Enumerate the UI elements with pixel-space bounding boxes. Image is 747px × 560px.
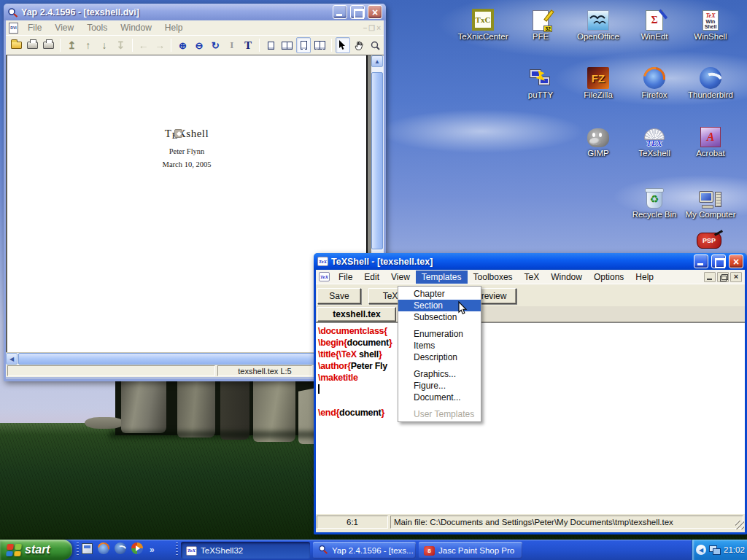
first-page-icon[interactable]: ↥ [64,37,79,53]
quick-launch-overflow-chevron[interactable]: » [150,545,155,555]
task-button-label: Yap 2.4.1596 - [texs... [332,546,414,555]
ruler-icon[interactable]: I [225,37,239,53]
facing-pages-icon[interactable] [280,37,295,53]
texshell-menu-toolboxes[interactable]: Toolboxes [468,271,519,284]
tab-texshell-tex[interactable]: texshell.tex [317,307,396,322]
texshell-menu-edit[interactable]: Edit [358,271,385,284]
paintshop-app-icon: 8 [424,545,435,556]
mdi-restore-icon[interactable]: ❒ [368,24,375,32]
desktop-icon-winedt[interactable]: ΣWinEdt [626,4,683,41]
menu-item-figure[interactable]: Figure... [398,380,481,392]
hand-icon[interactable] [352,37,366,53]
scroll-up-icon[interactable]: ▲ [371,55,383,67]
scroll-left-icon[interactable]: ◀ [6,353,18,365]
editor-area[interactable]: \documentclass{\begin{document}\title{\T… [316,322,745,514]
refresh-icon[interactable]: ↻ [208,37,222,53]
texshell-menu-tex[interactable]: TeX [519,271,546,284]
desktop-icon-firefox[interactable]: Firefox [626,63,683,99]
prev-page-icon[interactable]: ↑ [81,37,96,53]
open-folder-icon[interactable] [9,37,23,53]
show-desktop-icon[interactable] [82,543,93,557]
print-all-icon[interactable] [42,37,56,53]
menu-item-graphics[interactable]: Graphics... [398,368,481,380]
texshell-mdi-buttons: × [704,272,745,282]
yap-menu-window[interactable]: Window [114,21,158,34]
texshell-menu-templates[interactable]: Templates [416,271,468,284]
texshell-menu-window[interactable]: Window [545,271,588,284]
paint-shop-pro-desktop-icon[interactable]: PSP [697,233,721,249]
last-page-icon[interactable]: ↧ [113,37,128,53]
taskbar-divider[interactable] [77,542,79,557]
desktop-icon-putty[interactable]: puTTY [512,63,569,99]
mdi-restore-icon[interactable] [717,272,729,282]
save-button[interactable]: Save [317,288,361,304]
menu-item-chapter[interactable]: Chapter [398,288,481,300]
windows-flag-icon [6,544,22,556]
taskbar-button-jasc-paint-shop-pro[interactable]: 8Jasc Paint Shop Pro [419,542,522,559]
horizontal-scroll-thumb[interactable] [18,353,328,365]
menu-item-section[interactable]: Section [398,300,481,311]
continuous-view-icon[interactable] [296,37,311,53]
zoom-out-icon[interactable]: ⊖ [192,37,206,53]
texshell-menu-view[interactable]: View [385,271,416,284]
menu-item-items[interactable]: Items [398,340,481,351]
toolbar-separator [171,39,171,52]
taskbar-button-yap-2-4-1596-texs[interactable]: Yap 2.4.1596 - [texs... [313,542,416,559]
texshell-menu-help[interactable]: Help [630,271,659,284]
desktop-icon-texniccenter[interactable]: TxCTeXnicCenter [454,4,511,41]
facing-continuous-icon[interactable] [312,37,327,53]
forward-icon[interactable]: → [152,37,167,53]
print-icon[interactable] [25,37,39,53]
desktop-icon-gimp[interactable]: GIMP [570,121,627,158]
yap-maximize-button[interactable] [350,5,365,19]
yap-minimize-button[interactable] [333,5,347,19]
next-page-icon[interactable]: ↓ [97,37,112,53]
vertical-scroll-thumb[interactable] [371,72,383,249]
desktop-icon-pfe[interactable]: 32PFE [512,4,569,41]
texshell-menu-file[interactable]: File [333,271,358,284]
thunderbird-icon[interactable] [115,542,126,557]
taskbar-divider[interactable] [176,542,178,557]
texshell-maximize-button[interactable] [711,254,726,268]
taskbar-button-texshell32[interactable]: TeXTeXShell32 [181,542,310,559]
media-player-icon[interactable] [131,542,143,557]
network-tray-icon[interactable] [709,545,721,555]
desktop-icon-openoffice[interactable]: OpenOffice [570,4,627,41]
yap-close-button[interactable]: × [368,5,382,19]
desktop-icon-thunderbird[interactable]: Thunderbird [682,63,739,99]
yap-menu-file[interactable]: File [21,21,48,34]
desktop-icon-acrobat[interactable]: AAcrobat [682,121,739,158]
texshell-minimize-button[interactable] [694,254,708,268]
yap-menu-tools[interactable]: Tools [80,21,114,34]
texshell-close-button[interactable]: × [729,254,743,268]
magnifier-icon[interactable] [368,37,383,53]
single-page-icon[interactable] [263,37,278,53]
back-icon[interactable]: ← [136,37,151,53]
yap-titlebar[interactable]: Yap 2.4.1596 - [texshell.dvi] × [4,4,386,20]
desktop-icon-recyclebin[interactable]: ♻Recycle Bin [626,182,683,219]
yap-menu-help[interactable]: Help [158,21,190,34]
desktop-icon-mycomputer[interactable]: My Computer [682,182,739,219]
mdi-close-icon[interactable]: × [376,24,381,32]
resize-grip[interactable] [735,521,744,529]
start-button[interactable]: start [0,540,72,560]
text-mode-icon[interactable]: T [241,37,255,53]
texshell-titlebar[interactable]: TeX TeXShell - [texshell.tex] × [314,253,747,270]
desktop-icon-texshell[interactable]: TEXTeXshell [626,121,683,158]
tray-collapse-chevron-icon[interactable]: ◀ [696,545,706,555]
desktop-icon-filezilla[interactable]: FZFileZilla [570,63,627,99]
menu-item-subsection[interactable]: Subsection [398,311,481,323]
mdi-close-icon[interactable]: × [730,272,742,282]
menu-item-enumeration[interactable]: Enumeration [398,328,481,340]
texshell-menu-options[interactable]: Options [588,271,630,284]
mdi-minimize-icon[interactable] [704,272,716,282]
firefox-icon[interactable] [98,542,109,557]
desktop-icon-winshell[interactable]: TeXWinShellWinShell [682,4,739,41]
menu-item-document[interactable]: Document... [398,392,481,403]
mdi-minimize-icon[interactable]: – [363,24,368,32]
menu-item-user-templates: User Templates [398,408,481,420]
select-arrow-icon[interactable] [336,37,350,53]
menu-item-description[interactable]: Description [398,351,481,363]
yap-menu-view[interactable]: View [48,21,80,34]
zoom-in-icon[interactable]: ⊕ [175,37,190,53]
